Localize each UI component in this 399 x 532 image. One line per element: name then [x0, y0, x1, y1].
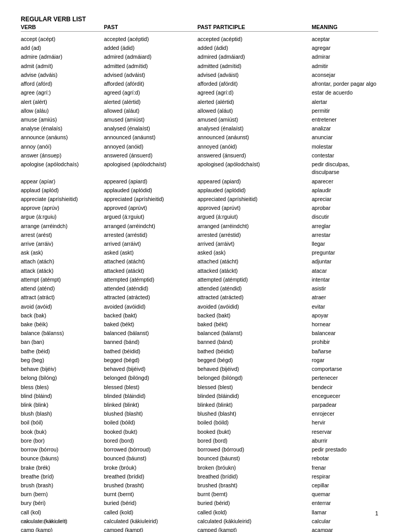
table-cell-3: estar de acuerdo	[312, 89, 378, 97]
table-cell-3: prohibir	[312, 338, 378, 346]
table-cell-0: alert (alért)	[21, 98, 104, 106]
table-cell-1: agreed (agrí:d)	[104, 89, 197, 97]
table-row: arrest (arést)arrested (arréstid)arreste…	[21, 231, 378, 240]
table-cell-3: aparecer	[312, 178, 378, 185]
table-cell-0: attach (atách)	[21, 258, 104, 265]
table-row: borrow (bórrou)borrowed (bórroud)borrowe…	[21, 445, 378, 454]
table-cell-3: atraer	[312, 294, 378, 301]
table-cell-1: admired (admáiard)	[104, 53, 197, 61]
table-cell-2: bored (bord)	[197, 437, 312, 445]
table-cell-1: asked (askt)	[104, 249, 197, 257]
table-cell-2: annoyed (anóid)	[197, 143, 312, 151]
table-cell-1: backed (bakt)	[104, 312, 197, 320]
page-title: REGULAR VERB LIST	[21, 16, 378, 23]
table-row: calculate (kákiuleit)calculated (kákiule…	[21, 517, 378, 526]
table-cell-0: bless (bles)	[21, 383, 104, 391]
table-cell-0: agree (agrí:)	[21, 89, 104, 97]
table-cell-0: attract (atráct)	[21, 294, 104, 301]
table-cell-1: calculated (kákiuleirid)	[104, 517, 197, 525]
table-cell-2: apologised (apólodchaíst)	[197, 161, 312, 176]
table-cell-1: apologised (apólodchaíst)	[104, 161, 197, 176]
table-row: arrange (arréindch)arranged (arréindcht)…	[21, 222, 378, 231]
table-row: admire (admáiar)admired (admáiard)admire…	[21, 52, 378, 61]
table-cell-1: belonged (bilóngd)	[104, 374, 197, 382]
table-cell-2: blinded (bláindid)	[197, 392, 312, 400]
table-cell-0: advise (adváis)	[21, 71, 104, 79]
table-cell-3: acampar	[312, 526, 378, 532]
table-cell-2: booked (bukt)	[197, 428, 312, 436]
table-cell-0: arrive (arráiv)	[21, 240, 104, 248]
table-row: afford (afórd)afforded (afórdit)afforded…	[21, 79, 378, 88]
table-cell-2: blinked (blinkt)	[197, 401, 312, 409]
table-cell-3: llamar	[312, 509, 378, 516]
table-cell-2: bounced (báunst)	[197, 455, 312, 462]
table-row: beg (beg)begged (bégd)begged (bégd)rogar	[21, 356, 378, 365]
footer-text: ENGLISHSTUDYSITE	[21, 519, 68, 524]
table-cell-2: arranged (arréindcht)	[197, 222, 312, 230]
table-cell-1: appeared (apiard)	[104, 178, 197, 185]
table-cell-2: alerted (alértid)	[197, 98, 312, 106]
table-cell-3: llegar	[312, 240, 378, 248]
table-cell-3: contestar	[312, 152, 378, 159]
table-cell-3: reservar	[312, 428, 378, 436]
table-row: avoid (avóid)avoided (avóidid)avoided (a…	[21, 302, 378, 311]
table-cell-0: bake (béik)	[21, 321, 104, 328]
table-row: attempt (atémpt)attempted (atémptid)atte…	[21, 275, 378, 284]
table-cell-0: book (buk)	[21, 428, 104, 436]
table-cell-1: attacked (atáckt)	[104, 267, 197, 275]
table-cell-3: atacar	[312, 267, 378, 275]
table-cell-0: avoid (avóid)	[21, 303, 104, 311]
table-cell-1: bounced (báunst)	[104, 455, 197, 462]
table-row: brush (brash)brushed (brasht)brushed (br…	[21, 481, 378, 490]
table-cell-2: answered (ánsuerd)	[197, 152, 312, 159]
table-cell-2: allowed (aláut)	[197, 107, 312, 115]
table-cell-2: argued (á:rguiut)	[197, 213, 312, 221]
table-cell-1: arrived (arráivt)	[104, 240, 197, 248]
table-cell-2: boiled (bóild)	[197, 419, 312, 427]
table-cell-2: attached (atácht)	[197, 258, 312, 265]
table-cell-3: rebotar	[312, 455, 378, 462]
table-row: answer (ánsuер)answered (ánsuerd)answere…	[21, 151, 378, 160]
table-row: admit (admít)admitted (admítid)admitted …	[21, 62, 378, 71]
table-cell-1: applauded (aplódid)	[104, 187, 197, 194]
table-row: appear (apíar)appeared (apiard)appeared …	[21, 177, 378, 186]
table-cell-1: answered (ánsuerd)	[104, 152, 197, 159]
table-cell-1: broke (bróuk)	[104, 464, 197, 472]
table-cell-1: banned (bánd)	[104, 338, 197, 346]
table-cell-0: add (ad)	[21, 44, 104, 52]
table-cell-2: added (ádid)	[197, 44, 312, 52]
table-cell-0: brush (brash)	[21, 482, 104, 489]
table-cell-3: pedir disculpas, disculparse	[312, 161, 378, 176]
table-cell-3: intentar	[312, 276, 378, 284]
table-row: attend (aténd)attended (aténdid)attended…	[21, 284, 378, 293]
table-row: announce (anáuns)announced (anáunst)anno…	[21, 133, 378, 142]
table-cell-0: attack (atáck)	[21, 267, 104, 275]
table-row: call (kol)called (kold)called (kold)llam…	[21, 508, 378, 517]
table-cell-2: banned (bánd)	[197, 338, 312, 346]
table-row: allow (aláu)allowed (aláut)allowed (aláu…	[21, 107, 378, 115]
table-cell-3: bendecir	[312, 383, 378, 391]
table-cell-3: evitar	[312, 303, 378, 311]
table-cell-3: asistir	[312, 285, 378, 292]
table-cell-3: cepillar	[312, 482, 378, 489]
table-row: breathe (bríd)breathed (brídid)breathed …	[21, 472, 378, 481]
table-cell-1: announced (anáunst)	[104, 134, 197, 141]
table-cell-0: amuse (amiús)	[21, 116, 104, 124]
table-cell-1: baked (békt)	[104, 321, 197, 328]
table-row: balance (bálanss)balanced (bálanst)balan…	[21, 329, 378, 338]
table-cell-0: camp (kamp)	[21, 526, 104, 532]
table-cell-0: back (bak)	[21, 312, 104, 320]
table-cell-0: blink (blink)	[21, 401, 104, 409]
table-cell-3: apoyar	[312, 312, 378, 320]
table-cell-3: aplaudir	[312, 187, 378, 194]
table-cell-0: call (kol)	[21, 509, 104, 516]
table-cell-3: molestar	[312, 143, 378, 151]
table-cell-2: accepted (acéptid)	[197, 35, 312, 43]
table-cell-2: begged (bégd)	[197, 356, 312, 364]
table-row: bake (béik)baked (békt)baked (békt)horne…	[21, 320, 378, 329]
table-cell-3: aceptar	[312, 35, 378, 43]
table-cell-3: adjuntar	[312, 258, 378, 265]
table-cell-0: accept (acépt)	[21, 35, 104, 43]
table-cell-0: approve (aprúv)	[21, 204, 104, 212]
table-cell-2: approved (aprúvt)	[197, 204, 312, 212]
